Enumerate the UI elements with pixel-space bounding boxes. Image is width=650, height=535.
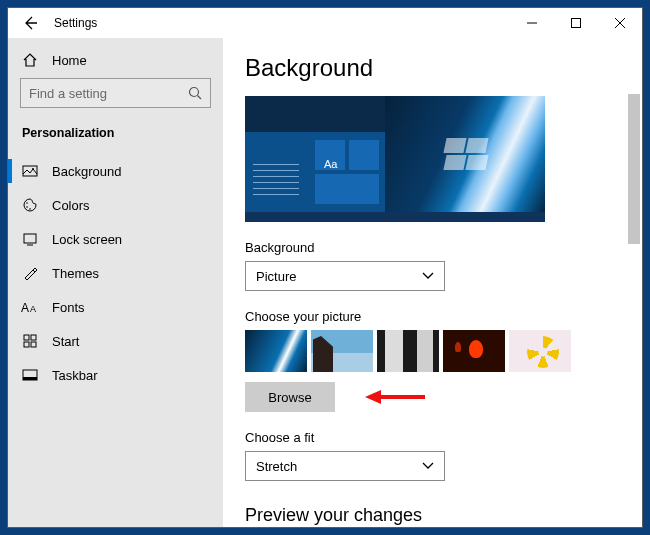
browse-button[interactable]: Browse [245, 382, 335, 412]
nav-item-fonts[interactable]: AA Fonts [8, 290, 223, 324]
picture-thumbnails [245, 330, 642, 372]
fit-select-value: Stretch [256, 459, 297, 474]
background-select-value: Picture [256, 269, 296, 284]
background-select[interactable]: Picture [245, 261, 445, 291]
page-title: Background [245, 54, 642, 82]
svg-point-4 [26, 202, 28, 204]
desktop-preview: Aa [245, 96, 545, 222]
nav-item-start[interactable]: Start [8, 324, 223, 358]
search-icon [188, 86, 202, 100]
themes-icon [22, 265, 38, 281]
nav-item-lockscreen[interactable]: Lock screen [8, 222, 223, 256]
picture-thumb-5[interactable] [509, 330, 571, 372]
browse-label: Browse [268, 390, 311, 405]
svg-rect-12 [24, 342, 29, 347]
maximize-button[interactable] [554, 8, 598, 38]
nav-label: Lock screen [52, 232, 122, 247]
background-label: Background [245, 240, 642, 255]
nav-label: Colors [52, 198, 90, 213]
nav-label: Start [52, 334, 79, 349]
home-label: Home [52, 53, 87, 68]
nav-label: Background [52, 164, 121, 179]
svg-rect-15 [23, 377, 37, 380]
svg-rect-7 [24, 234, 36, 243]
nav: Background Colors Lock screen [8, 154, 223, 392]
sidebar: Home Find a setting Personalization [8, 38, 223, 527]
svg-point-5 [26, 206, 28, 208]
nav-item-taskbar[interactable]: Taskbar [8, 358, 223, 392]
picture-thumb-3[interactable] [377, 330, 439, 372]
scrollbar[interactable] [628, 94, 640, 244]
window-title: Settings [54, 16, 97, 30]
maximize-icon [571, 18, 581, 28]
svg-text:A: A [21, 301, 29, 315]
start-icon [22, 333, 38, 349]
annotation-arrow-icon [365, 387, 425, 407]
svg-rect-0 [572, 19, 581, 28]
content-area: Background Aa Background Picture Choose … [223, 38, 642, 527]
nav-label: Themes [52, 266, 99, 281]
home-icon [22, 52, 38, 68]
back-arrow-icon [22, 15, 38, 31]
svg-point-6 [29, 208, 31, 210]
lockscreen-icon [22, 231, 38, 247]
section-title: Personalization [8, 108, 223, 154]
svg-point-3 [32, 168, 34, 170]
preview-sample-text: Aa [324, 158, 337, 170]
nav-label: Taskbar [52, 368, 98, 383]
minimize-button[interactable] [510, 8, 554, 38]
picture-thumb-4[interactable] [443, 330, 505, 372]
fit-select[interactable]: Stretch [245, 451, 445, 481]
nav-item-colors[interactable]: Colors [8, 188, 223, 222]
fonts-icon: AA [22, 299, 38, 315]
svg-rect-13 [31, 342, 36, 347]
preview-changes-heading: Preview your changes [245, 505, 642, 526]
settings-window: Settings Home Find a [7, 7, 643, 528]
nav-item-themes[interactable]: Themes [8, 256, 223, 290]
taskbar-icon [22, 367, 38, 383]
chevron-down-icon [422, 462, 434, 470]
close-button[interactable] [598, 8, 642, 38]
chevron-down-icon [422, 272, 434, 280]
picture-thumb-2[interactable] [311, 330, 373, 372]
palette-icon [22, 197, 38, 213]
svg-point-1 [190, 88, 199, 97]
svg-rect-10 [24, 335, 29, 340]
fit-label: Choose a fit [245, 430, 642, 445]
home-link[interactable]: Home [8, 44, 223, 78]
search-input[interactable]: Find a setting [20, 78, 211, 108]
back-button[interactable] [18, 11, 42, 35]
nav-item-background[interactable]: Background [8, 154, 223, 188]
svg-marker-17 [365, 390, 381, 404]
svg-text:A: A [30, 304, 36, 314]
picture-thumb-1[interactable] [245, 330, 307, 372]
titlebar: Settings [8, 8, 642, 38]
search-placeholder: Find a setting [29, 86, 188, 101]
nav-label: Fonts [52, 300, 85, 315]
svg-rect-11 [31, 335, 36, 340]
picture-icon [22, 163, 38, 179]
choose-picture-label: Choose your picture [245, 309, 642, 324]
minimize-icon [527, 18, 537, 28]
close-icon [615, 18, 625, 28]
